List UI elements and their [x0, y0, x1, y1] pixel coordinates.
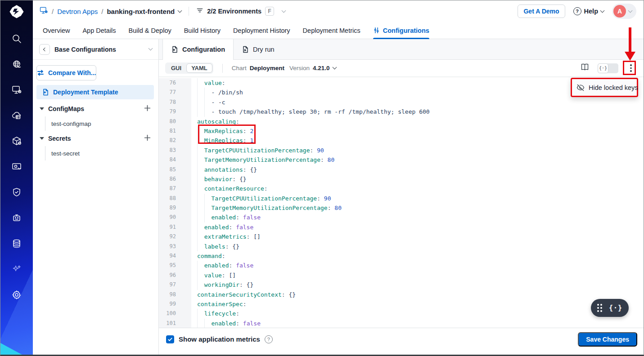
code-line-91[interactable]: 91enabled: false: [159, 222, 644, 232]
filter-icon: [196, 7, 203, 16]
code-line-92[interactable]: 92extraMetrics: []: [159, 232, 644, 241]
code-line-97[interactable]: 97workingDir: {}: [159, 280, 644, 289]
help-label: Help: [584, 8, 598, 15]
chart-version-selector[interactable]: Chart Deployment Version 4.21.0: [232, 65, 336, 71]
help-chevron-icon: [600, 8, 605, 13]
compare-with-button[interactable]: Compare With...: [36, 65, 96, 80]
code-line-85[interactable]: 85annotations: {}: [159, 165, 644, 174]
tab-configuration[interactable]: Configuration: [162, 39, 234, 60]
annotation-box-replicas: [198, 125, 256, 144]
packages-icon[interactable]: [11, 136, 22, 147]
get-a-demo-button[interactable]: Get A Demo: [518, 4, 565, 18]
app-breadcrumb-icon: [39, 6, 48, 17]
expand-triangle-icon[interactable]: [40, 137, 44, 140]
code-line-89[interactable]: 89TargetMemoryUtilizationPercentage: 80: [159, 203, 644, 213]
app-nav-tabs: OverviewApp DetailsBuild & DeployBuild H…: [33, 22, 644, 39]
floating-editor-widget[interactable]: {·}: [591, 299, 629, 317]
code-line-93[interactable]: 93labels: {}: [159, 242, 644, 251]
help-menu[interactable]: ? Help: [573, 7, 604, 15]
global-insights-icon[interactable]: [11, 59, 22, 70]
user-menu-chevron-icon: [628, 8, 633, 13]
nav-tab-overview[interactable]: Overview: [43, 22, 70, 39]
editor-footer: Show application metrics ? Save Changes: [159, 328, 644, 350]
sidebar-title: Base Configurations: [54, 46, 144, 53]
code-lines: 76value:77- /bin/sh78- -c79- touch /tmp/…: [159, 78, 644, 328]
code-line-84[interactable]: 84TargetMemoryUtilizationPercentage: 80: [159, 155, 644, 165]
security-icon[interactable]: [11, 187, 22, 198]
devtron-logo-icon[interactable]: [8, 3, 25, 20]
sidebar-group-configmaps[interactable]: ConfigMaps: [33, 101, 158, 116]
deployment-template-icon: [42, 89, 49, 96]
code-line-78[interactable]: 78- -c: [159, 98, 644, 107]
code-line-94[interactable]: 94command:: [159, 251, 644, 261]
code-line-87[interactable]: 87containerResource:: [159, 184, 644, 193]
bot-icon[interactable]: [11, 213, 22, 223]
code-line-83[interactable]: 83TargetCPUUtilizationPercentage: 90: [159, 146, 644, 155]
primary-nav-rail: [0, 0, 33, 355]
code-line-101[interactable]: 101enabled: false: [159, 319, 644, 328]
code-line-100[interactable]: 100lifecycle:: [159, 309, 644, 318]
checkmark-icon: [167, 337, 173, 342]
expand-triangle-icon[interactable]: [40, 107, 44, 110]
yaml-editor[interactable]: 76value:77- /bin/sh78- -c79- touch /tmp/…: [159, 77, 644, 328]
avatar: A: [613, 5, 626, 18]
readme-book-icon[interactable]: [580, 62, 590, 74]
nav-tab-app-details[interactable]: App Details: [82, 22, 116, 39]
back-button[interactable]: [39, 44, 50, 55]
environment-badge: F: [265, 7, 274, 16]
configurations-sidebar: Base Configurations Compare With... Depl…: [33, 39, 159, 356]
editor-toolbar: GUI YAML Chart Deployment Version 4.21.0…: [159, 60, 644, 77]
gui-yaml-toggle: GUI YAML: [165, 62, 213, 74]
search-icon[interactable]: [11, 33, 22, 44]
configuration-tabbar: Configuration Dry run: [159, 39, 644, 60]
devtron-app-window: / Devtron Apps / banking-nxt-frontend 2/…: [0, 0, 644, 356]
breadcrumb-app-name: banking-nxt-frontend: [107, 8, 175, 15]
code-line-96[interactable]: 96value: []: [159, 271, 644, 280]
version-chevron-icon: [332, 65, 337, 70]
user-menu[interactable]: A: [612, 4, 636, 19]
sidebar-item-test-configmap[interactable]: test-configmap: [45, 116, 158, 131]
sidebar-header: Base Configurations: [33, 39, 158, 60]
annotation-box-kebab-menu: [623, 61, 636, 75]
tab-dry-run[interactable]: Dry run: [234, 39, 283, 60]
sidebar-item-deployment-template[interactable]: Deployment Template: [36, 85, 154, 99]
code-line-99[interactable]: 99containerSpec:: [159, 299, 644, 309]
code-line-98[interactable]: 98containerSecurityContext: {}: [159, 290, 644, 299]
show-application-metrics-checkbox[interactable]: [166, 335, 174, 343]
yaml-toggle-option[interactable]: YAML: [186, 63, 212, 73]
code-line-86[interactable]: 86behavior: {}: [159, 174, 644, 184]
top-header: / Devtron Apps / banking-nxt-frontend 2/…: [33, 0, 644, 22]
code-line-95[interactable]: 95enabled: false: [159, 261, 644, 270]
nav-tab-build-history[interactable]: Build History: [184, 22, 221, 39]
add-configmap-icon[interactable]: [144, 104, 151, 114]
save-changes-button[interactable]: Save Changes: [578, 332, 637, 347]
drag-handle-icon[interactable]: [597, 304, 602, 312]
cost-visibility-icon[interactable]: [11, 161, 22, 172]
code-editor-toggle[interactable]: {·}: [598, 63, 618, 73]
sidebar-group-secrets[interactable]: Secrets: [33, 131, 158, 146]
metrics-help-icon[interactable]: ?: [265, 335, 273, 343]
nav-tab-build-deploy[interactable]: Build & Deploy: [129, 22, 171, 39]
sidebar-item-test-secret[interactable]: test-secret: [45, 146, 158, 160]
add-secret-icon[interactable]: [144, 134, 151, 143]
annotation-arrow-head: [625, 52, 635, 61]
code-line-79[interactable]: 79- touch /tmp/healthy; sleep 30; rm -rf…: [159, 107, 644, 116]
sidebar-collapse-chevron-icon[interactable]: [149, 46, 153, 51]
app-switcher-chevron-icon[interactable]: [178, 8, 182, 13]
gui-toggle-option[interactable]: GUI: [166, 63, 186, 73]
nav-tab-configurations[interactable]: Configurations: [373, 22, 429, 39]
code-line-88[interactable]: 88TargetCPUUtilizationPercentage: 90: [159, 194, 644, 203]
nav-tab-deployment-metrics[interactable]: Deployment Metrics: [303, 22, 360, 39]
applications-icon[interactable]: [11, 85, 22, 95]
code-line-90[interactable]: 90enabled: false: [159, 213, 644, 222]
settings-icon[interactable]: [11, 289, 22, 300]
resource-browser-icon[interactable]: [11, 238, 22, 249]
configuration-tab-icon: [171, 46, 178, 53]
chart-store-icon[interactable]: [11, 110, 22, 121]
breadcrumb-devtron-apps[interactable]: Devtron Apps: [57, 8, 98, 15]
toolbar-divider: [222, 64, 223, 73]
ai-sparkle-icon[interactable]: [11, 264, 22, 275]
nav-tab-deployment-history[interactable]: Deployment History: [233, 22, 290, 39]
environments-chevron-icon[interactable]: [282, 8, 286, 13]
hide-locked-keys-menu[interactable]: Hide locked keys: [571, 78, 638, 97]
